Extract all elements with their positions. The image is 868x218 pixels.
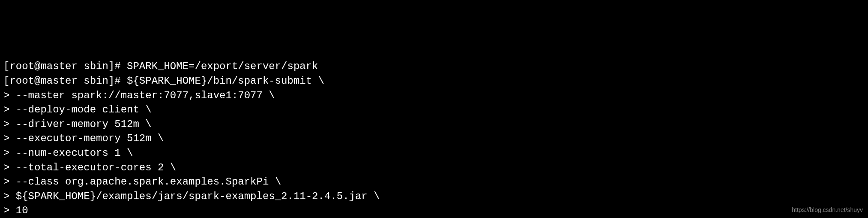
terminal-line: > --deploy-mode client \ [3,103,865,117]
terminal-line: > ${SPARK_HOME}/examples/jars/spark-exam… [3,189,865,204]
terminal-line: > --class org.apache.spark.examples.Spar… [3,175,865,189]
terminal-line: > --total-executor-cores 2 \ [3,160,865,175]
terminal-line: > --master spark://master:7077,slave1:70… [3,88,865,103]
terminal-line: > --num-executors 1 \ [3,146,865,160]
terminal-line: [root@master sbin]# ${SPARK_HOME}/bin/sp… [3,74,865,88]
terminal-line: [root@master sbin]# SPARK_HOME=/export/s… [3,59,865,74]
terminal-line: > 10 [3,203,865,218]
watermark-text: https://blog.csdn.net/shuyv [792,206,863,215]
terminal-output[interactable]: [root@master sbin]# SPARK_HOME=/export/s… [3,59,865,218]
terminal-line: > --driver-memory 512m \ [3,117,865,132]
terminal-line: > --executor-memory 512m \ [3,131,865,146]
